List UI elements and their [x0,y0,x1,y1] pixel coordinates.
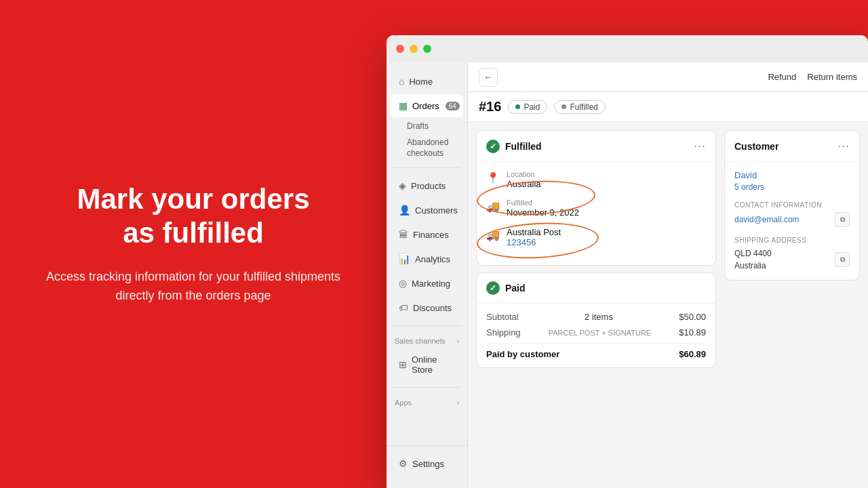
paid-title: Paid [505,283,526,293]
return-items-action[interactable]: Return items [807,72,857,82]
finances-icon: 🏛 [399,229,408,240]
fulfilled-more-options[interactable]: ··· [694,139,706,153]
close-button-dot[interactable] [396,45,404,53]
shipping-row: Shipping PARCEL POST + SIGNATURE $10.89 [486,327,706,338]
paid-header-left: ✓ Paid [486,281,526,295]
sidebar-products-label: Products [411,181,446,191]
sidebar-item-customers[interactable]: 👤 Customers [391,199,463,222]
sales-channels-label: Sales channels [395,337,446,345]
maximize-button-dot[interactable] [423,45,431,53]
sidebar-item-orders[interactable]: ▦ Orders 64 [391,94,463,117]
location-label: Location [507,170,541,178]
sidebar-customers-label: Customers [415,205,458,216]
total-label: Paid by customer [486,349,559,359]
browser-window: ⌂ Home ▦ Orders 64 Drafts Abandoned chec… [387,35,868,488]
paid-check-icon: ✓ [486,281,500,295]
fulfilled-title: Fulfilled [505,141,542,152]
location-value: Australia [507,179,541,189]
copy-address-button[interactable]: ⧉ [835,252,850,267]
sidebar-sub-abandoned[interactable]: Abandoned checkouts [387,134,467,162]
order-number: #16 [479,99,501,115]
shipping-address-text: QLD 4400 Australia [734,247,772,272]
fulfilled-card-header: ✓ Fulfilled ··· [477,131,715,162]
back-button[interactable]: ← [479,68,498,87]
customer-body: David 5 orders CONTACT INFORMATION david… [725,162,859,280]
sidebar: ⌂ Home ▦ Orders 64 Drafts Abandoned chec… [387,62,468,488]
address-line1: QLD 4400 [734,247,772,260]
minimize-button-dot[interactable] [410,45,418,53]
sidebar-sub-drafts[interactable]: Drafts [387,118,467,134]
fulfilled-date-icon: 🚚 [486,200,500,213]
shipping-value: $10.89 [679,327,706,338]
contact-info-label: CONTACT INFORMATION [734,201,850,209]
home-icon: ⌂ [399,76,404,87]
orders-badge: 64 [446,102,460,110]
content-area: ✓ Fulfilled ··· 📍 [468,122,868,488]
paid-badge-label: Paid [524,102,540,112]
sidebar-item-online-store[interactable]: ⊞ Online Store [391,348,463,381]
back-arrow-icon: ← [484,72,493,83]
contact-row: david@email.com ⧉ [734,212,850,227]
apps-chevron-icon: › [457,399,459,407]
sidebar-marketing-label: Marketing [412,279,450,289]
top-actions: Refund Return items [768,72,857,82]
sidebar-item-home[interactable]: ⌂ Home [391,70,463,93]
total-value: $60.89 [679,349,706,359]
fulfilled-dot [561,104,566,109]
tracking-number[interactable]: 123456 [507,237,561,247]
copy-email-button[interactable]: ⧉ [835,212,850,227]
sidebar-online-store-label: Online Store [412,354,455,375]
location-row: 📍 Location Australia [486,170,706,189]
address-line2: Australia [734,260,772,272]
sidebar-divider-3 [393,387,460,388]
shipping-address-row: QLD 4400 Australia ⧉ [734,247,850,272]
customer-header-left: Customer [734,141,778,152]
refund-action[interactable]: Refund [768,72,796,82]
sidebar-item-finances[interactable]: 🏛 Finances [391,223,463,246]
sidebar-analytics-label: Analytics [415,254,450,264]
customer-name[interactable]: David [734,170,850,180]
fulfilled-check-icon: ✓ [486,140,500,153]
tracking-icon: 🚚 [486,228,500,241]
sidebar-item-analytics[interactable]: 📊 Analytics [391,247,463,270]
carrier-label: Australia Post [507,227,561,237]
discounts-icon: 🏷 [399,302,408,313]
customer-orders[interactable]: 5 orders [734,182,850,192]
customers-icon: 👤 [399,205,410,216]
subtotal-items: 2 items [585,312,613,322]
customer-card-header: Customer ··· [725,131,859,162]
shipping-address-label: SHIPPING ADDRESS [734,237,850,244]
sidebar-item-settings[interactable]: ⚙ Settings [391,452,463,475]
left-column: ✓ Fulfilled ··· 📍 [476,130,716,480]
app-body: ⌂ Home ▦ Orders 64 Drafts Abandoned chec… [387,62,868,488]
sidebar-item-products[interactable]: ◈ Products [391,174,463,197]
fulfilled-date-info: Fulfilled November 9, 2022 [507,199,579,218]
customer-email[interactable]: david@email.com [734,215,800,224]
sidebar-divider-1 [393,167,460,168]
shipping-section: SHIPPING ADDRESS QLD 4400 Australia ⧉ [734,237,850,272]
fulfilled-badge: Fulfilled [554,100,605,114]
sales-channels-section[interactable]: Sales channels › [387,331,467,348]
sidebar-item-discounts[interactable]: 🏷 Discounts [391,296,463,319]
products-icon: ◈ [399,180,406,191]
marketing-icon: ◎ [399,278,407,289]
paid-badge: Paid [508,100,547,114]
apps-section[interactable]: Apps › [387,393,467,409]
fulfilled-body: 📍 Location Australia 🚚 Fulfilled [477,162,715,265]
fulfilled-header-left: ✓ Fulfilled [486,140,542,153]
subtotal-row: Subtotal 2 items $50.00 [486,312,706,322]
right-column: Customer ··· David 5 orders CONTACT INFO… [724,130,860,480]
online-store-icon: ⊞ [399,359,407,370]
sidebar-finances-label: Finances [413,230,449,240]
sidebar-item-marketing[interactable]: ◎ Marketing [391,272,463,295]
paid-dot [515,104,520,109]
sidebar-discounts-label: Discounts [413,303,452,313]
shipping-label: Shipping [486,327,521,338]
settings-icon: ⚙ [399,458,408,469]
tracking-row: 🚚 Australia Post 123456 [486,227,706,247]
hero-section: Mark your orders as fulfilled Access tra… [0,0,387,488]
customer-more-options[interactable]: ··· [837,139,850,153]
sidebar-orders-label: Orders [412,101,439,111]
location-info: Location Australia [507,170,541,189]
orders-icon: ▦ [399,100,408,111]
